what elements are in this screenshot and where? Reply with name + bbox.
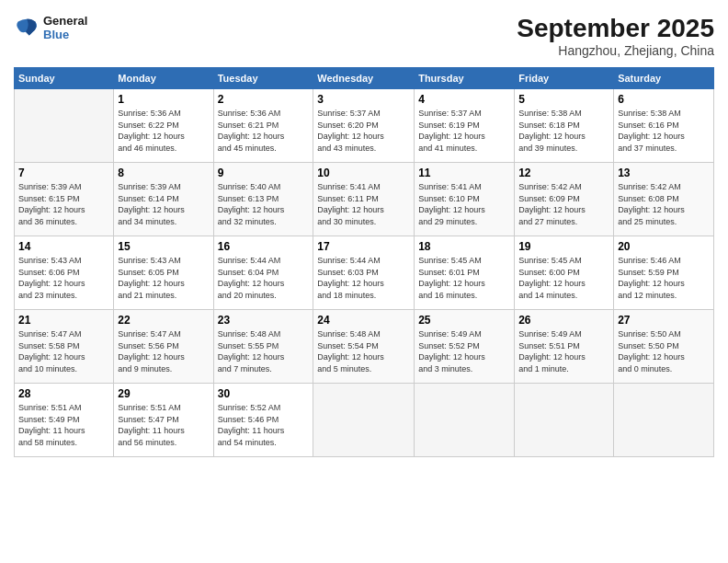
day-number: 18	[418, 240, 510, 253]
day-number: 13	[618, 167, 710, 179]
calendar-table: Sunday Monday Tuesday Wednesday Thursday…	[14, 67, 714, 457]
calendar-cell: 16Sunrise: 5:44 AM Sunset: 6:04 PM Dayli…	[213, 236, 313, 310]
col-wednesday: Wednesday	[313, 68, 415, 89]
day-info: Sunrise: 5:51 AM Sunset: 5:47 PM Dayligh…	[118, 402, 209, 448]
day-info: Sunrise: 5:51 AM Sunset: 5:49 PM Dayligh…	[18, 402, 109, 448]
day-info: Sunrise: 5:39 AM Sunset: 6:15 PM Dayligh…	[18, 181, 109, 227]
calendar-cell: 23Sunrise: 5:48 AM Sunset: 5:55 PM Dayli…	[213, 310, 313, 384]
day-number: 7	[18, 167, 109, 179]
location: Hangzhou, Zhejiang, China	[517, 43, 714, 58]
logo-icon	[14, 15, 40, 40]
calendar-cell	[515, 384, 614, 457]
logo-text: General Blue	[43, 14, 87, 41]
calendar-cell: 10Sunrise: 5:41 AM Sunset: 6:11 PM Dayli…	[313, 163, 415, 236]
calendar-cell: 22Sunrise: 5:47 AM Sunset: 5:56 PM Dayli…	[114, 310, 213, 384]
header-row: Sunday Monday Tuesday Wednesday Thursday…	[15, 68, 714, 89]
day-info: Sunrise: 5:52 AM Sunset: 5:46 PM Dayligh…	[218, 402, 310, 448]
day-number: 17	[317, 240, 410, 253]
day-info: Sunrise: 5:37 AM Sunset: 6:19 PM Dayligh…	[418, 108, 510, 154]
calendar-cell: 18Sunrise: 5:45 AM Sunset: 6:01 PM Dayli…	[415, 236, 515, 310]
day-info: Sunrise: 5:36 AM Sunset: 6:22 PM Dayligh…	[118, 108, 209, 154]
calendar-cell: 8Sunrise: 5:39 AM Sunset: 6:14 PM Daylig…	[114, 163, 213, 236]
logo: General Blue	[14, 14, 87, 41]
calendar-cell: 9Sunrise: 5:40 AM Sunset: 6:13 PM Daylig…	[213, 163, 313, 236]
calendar-cell: 26Sunrise: 5:49 AM Sunset: 5:51 PM Dayli…	[515, 310, 614, 384]
day-info: Sunrise: 5:48 AM Sunset: 5:54 PM Dayligh…	[317, 328, 410, 374]
calendar-cell: 1Sunrise: 5:36 AM Sunset: 6:22 PM Daylig…	[114, 89, 213, 163]
calendar-week-5: 28Sunrise: 5:51 AM Sunset: 5:49 PM Dayli…	[15, 384, 714, 457]
calendar-cell: 11Sunrise: 5:41 AM Sunset: 6:10 PM Dayli…	[415, 163, 515, 236]
header: General Blue September 2025 Hangzhou, Zh…	[14, 14, 714, 58]
col-saturday: Saturday	[614, 68, 714, 89]
calendar-cell: 20Sunrise: 5:46 AM Sunset: 5:59 PM Dayli…	[614, 236, 714, 310]
day-number: 21	[18, 314, 109, 327]
day-number: 23	[218, 314, 310, 327]
calendar-cell	[15, 89, 114, 163]
col-monday: Monday	[114, 68, 213, 89]
calendar-cell: 19Sunrise: 5:45 AM Sunset: 6:00 PM Dayli…	[515, 236, 614, 310]
calendar-cell: 25Sunrise: 5:49 AM Sunset: 5:52 PM Dayli…	[415, 310, 515, 384]
day-number: 2	[218, 93, 310, 106]
calendar-cell: 21Sunrise: 5:47 AM Sunset: 5:58 PM Dayli…	[15, 310, 114, 384]
calendar-cell: 12Sunrise: 5:42 AM Sunset: 6:09 PM Dayli…	[515, 163, 614, 236]
day-number: 12	[518, 167, 609, 179]
day-info: Sunrise: 5:47 AM Sunset: 5:58 PM Dayligh…	[18, 328, 109, 374]
day-number: 14	[18, 240, 109, 253]
day-info: Sunrise: 5:40 AM Sunset: 6:13 PM Dayligh…	[218, 181, 310, 227]
day-info: Sunrise: 5:48 AM Sunset: 5:55 PM Dayligh…	[218, 328, 310, 374]
day-number: 1	[118, 93, 209, 106]
col-tuesday: Tuesday	[213, 68, 313, 89]
calendar-cell: 3Sunrise: 5:37 AM Sunset: 6:20 PM Daylig…	[313, 89, 415, 163]
day-info: Sunrise: 5:39 AM Sunset: 6:14 PM Dayligh…	[118, 181, 209, 227]
calendar-cell: 14Sunrise: 5:43 AM Sunset: 6:06 PM Dayli…	[15, 236, 114, 310]
day-info: Sunrise: 5:42 AM Sunset: 6:08 PM Dayligh…	[618, 181, 710, 227]
day-number: 8	[118, 167, 209, 179]
calendar-cell	[313, 384, 415, 457]
calendar-cell	[415, 384, 515, 457]
day-number: 6	[618, 93, 710, 106]
calendar-cell: 17Sunrise: 5:44 AM Sunset: 6:03 PM Dayli…	[313, 236, 415, 310]
day-info: Sunrise: 5:43 AM Sunset: 6:06 PM Dayligh…	[18, 255, 109, 301]
calendar-week-2: 7Sunrise: 5:39 AM Sunset: 6:15 PM Daylig…	[15, 163, 714, 236]
title-block: September 2025 Hangzhou, Zhejiang, China	[517, 14, 714, 58]
calendar-cell	[614, 384, 714, 457]
day-info: Sunrise: 5:38 AM Sunset: 6:18 PM Dayligh…	[518, 108, 609, 154]
calendar-cell: 15Sunrise: 5:43 AM Sunset: 6:05 PM Dayli…	[114, 236, 213, 310]
day-number: 27	[618, 314, 710, 327]
calendar-cell: 13Sunrise: 5:42 AM Sunset: 6:08 PM Dayli…	[614, 163, 714, 236]
day-info: Sunrise: 5:44 AM Sunset: 6:03 PM Dayligh…	[317, 255, 410, 301]
calendar-cell: 29Sunrise: 5:51 AM Sunset: 5:47 PM Dayli…	[114, 384, 213, 457]
day-info: Sunrise: 5:49 AM Sunset: 5:51 PM Dayligh…	[518, 328, 609, 374]
day-number: 3	[317, 93, 410, 106]
month-title: September 2025	[517, 14, 714, 43]
calendar-week-3: 14Sunrise: 5:43 AM Sunset: 6:06 PM Dayli…	[15, 236, 714, 310]
day-number: 22	[118, 314, 209, 327]
col-thursday: Thursday	[415, 68, 515, 89]
day-info: Sunrise: 5:38 AM Sunset: 6:16 PM Dayligh…	[618, 108, 710, 154]
day-number: 25	[418, 314, 510, 327]
day-info: Sunrise: 5:44 AM Sunset: 6:04 PM Dayligh…	[218, 255, 310, 301]
day-info: Sunrise: 5:41 AM Sunset: 6:10 PM Dayligh…	[418, 181, 510, 227]
calendar-cell: 24Sunrise: 5:48 AM Sunset: 5:54 PM Dayli…	[313, 310, 415, 384]
calendar-week-1: 1Sunrise: 5:36 AM Sunset: 6:22 PM Daylig…	[15, 89, 714, 163]
day-info: Sunrise: 5:47 AM Sunset: 5:56 PM Dayligh…	[118, 328, 209, 374]
col-friday: Friday	[515, 68, 614, 89]
day-number: 29	[118, 387, 209, 400]
day-number: 4	[418, 93, 510, 106]
calendar-cell: 6Sunrise: 5:38 AM Sunset: 6:16 PM Daylig…	[614, 89, 714, 163]
day-number: 11	[418, 167, 510, 179]
day-number: 20	[618, 240, 710, 253]
day-number: 28	[18, 387, 109, 400]
day-number: 5	[518, 93, 609, 106]
day-number: 16	[218, 240, 310, 253]
day-number: 9	[218, 167, 310, 179]
calendar-cell: 7Sunrise: 5:39 AM Sunset: 6:15 PM Daylig…	[15, 163, 114, 236]
day-info: Sunrise: 5:36 AM Sunset: 6:21 PM Dayligh…	[218, 108, 310, 154]
day-number: 19	[518, 240, 609, 253]
day-number: 10	[317, 167, 410, 179]
calendar-cell: 5Sunrise: 5:38 AM Sunset: 6:18 PM Daylig…	[515, 89, 614, 163]
day-info: Sunrise: 5:41 AM Sunset: 6:11 PM Dayligh…	[317, 181, 410, 227]
day-number: 24	[317, 314, 410, 327]
calendar-cell: 27Sunrise: 5:50 AM Sunset: 5:50 PM Dayli…	[614, 310, 714, 384]
calendar-cell: 4Sunrise: 5:37 AM Sunset: 6:19 PM Daylig…	[415, 89, 515, 163]
